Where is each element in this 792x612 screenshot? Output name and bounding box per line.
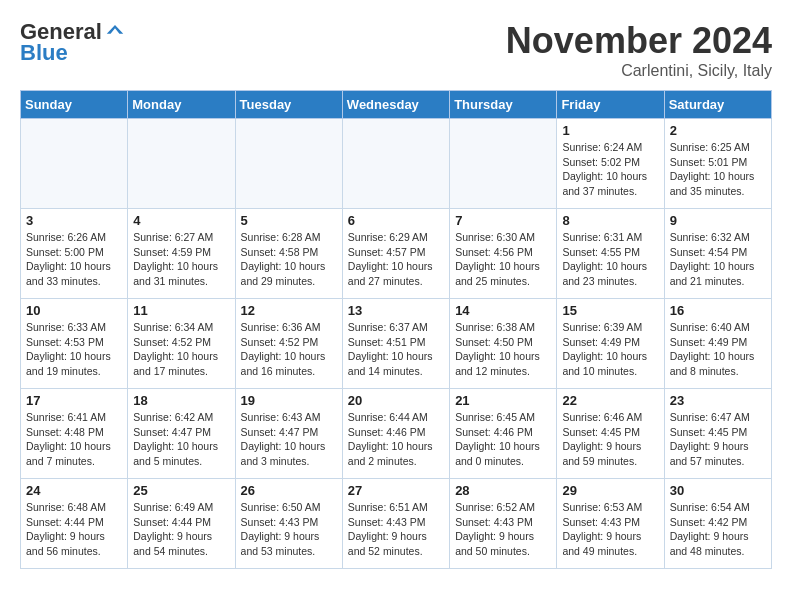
day-info: Sunrise: 6:54 AM Sunset: 4:42 PM Dayligh… xyxy=(670,500,766,559)
day-number: 28 xyxy=(455,483,551,498)
day-info: Sunrise: 6:28 AM Sunset: 4:58 PM Dayligh… xyxy=(241,230,337,289)
calendar-cell: 19Sunrise: 6:43 AM Sunset: 4:47 PM Dayli… xyxy=(235,389,342,479)
day-number: 23 xyxy=(670,393,766,408)
day-info: Sunrise: 6:41 AM Sunset: 4:48 PM Dayligh… xyxy=(26,410,122,469)
calendar-cell: 2Sunrise: 6:25 AM Sunset: 5:01 PM Daylig… xyxy=(664,119,771,209)
weekday-header-wednesday: Wednesday xyxy=(342,91,449,119)
logo: General Blue xyxy=(20,20,126,66)
week-row-2: 10Sunrise: 6:33 AM Sunset: 4:53 PM Dayli… xyxy=(21,299,772,389)
calendar-cell: 13Sunrise: 6:37 AM Sunset: 4:51 PM Dayli… xyxy=(342,299,449,389)
day-info: Sunrise: 6:26 AM Sunset: 5:00 PM Dayligh… xyxy=(26,230,122,289)
day-info: Sunrise: 6:29 AM Sunset: 4:57 PM Dayligh… xyxy=(348,230,444,289)
calendar-cell: 16Sunrise: 6:40 AM Sunset: 4:49 PM Dayli… xyxy=(664,299,771,389)
calendar-cell xyxy=(450,119,557,209)
calendar-cell: 7Sunrise: 6:30 AM Sunset: 4:56 PM Daylig… xyxy=(450,209,557,299)
calendar-cell: 11Sunrise: 6:34 AM Sunset: 4:52 PM Dayli… xyxy=(128,299,235,389)
calendar-cell: 9Sunrise: 6:32 AM Sunset: 4:54 PM Daylig… xyxy=(664,209,771,299)
day-number: 19 xyxy=(241,393,337,408)
day-info: Sunrise: 6:36 AM Sunset: 4:52 PM Dayligh… xyxy=(241,320,337,379)
day-number: 1 xyxy=(562,123,658,138)
calendar-cell: 4Sunrise: 6:27 AM Sunset: 4:59 PM Daylig… xyxy=(128,209,235,299)
subtitle: Carlentini, Sicily, Italy xyxy=(506,62,772,80)
day-number: 13 xyxy=(348,303,444,318)
day-info: Sunrise: 6:45 AM Sunset: 4:46 PM Dayligh… xyxy=(455,410,551,469)
weekday-header-sunday: Sunday xyxy=(21,91,128,119)
day-number: 6 xyxy=(348,213,444,228)
day-number: 29 xyxy=(562,483,658,498)
calendar-cell: 26Sunrise: 6:50 AM Sunset: 4:43 PM Dayli… xyxy=(235,479,342,569)
day-number: 26 xyxy=(241,483,337,498)
day-number: 18 xyxy=(133,393,229,408)
calendar-cell: 22Sunrise: 6:46 AM Sunset: 4:45 PM Dayli… xyxy=(557,389,664,479)
week-row-1: 3Sunrise: 6:26 AM Sunset: 5:00 PM Daylig… xyxy=(21,209,772,299)
day-info: Sunrise: 6:42 AM Sunset: 4:47 PM Dayligh… xyxy=(133,410,229,469)
calendar-cell: 24Sunrise: 6:48 AM Sunset: 4:44 PM Dayli… xyxy=(21,479,128,569)
weekday-header-tuesday: Tuesday xyxy=(235,91,342,119)
day-info: Sunrise: 6:52 AM Sunset: 4:43 PM Dayligh… xyxy=(455,500,551,559)
calendar-cell: 8Sunrise: 6:31 AM Sunset: 4:55 PM Daylig… xyxy=(557,209,664,299)
day-info: Sunrise: 6:30 AM Sunset: 4:56 PM Dayligh… xyxy=(455,230,551,289)
day-number: 10 xyxy=(26,303,122,318)
day-info: Sunrise: 6:32 AM Sunset: 4:54 PM Dayligh… xyxy=(670,230,766,289)
logo-blue: Blue xyxy=(20,40,68,66)
week-row-0: 1Sunrise: 6:24 AM Sunset: 5:02 PM Daylig… xyxy=(21,119,772,209)
day-info: Sunrise: 6:34 AM Sunset: 4:52 PM Dayligh… xyxy=(133,320,229,379)
day-number: 30 xyxy=(670,483,766,498)
svg-marker-0 xyxy=(107,25,124,34)
day-info: Sunrise: 6:53 AM Sunset: 4:43 PM Dayligh… xyxy=(562,500,658,559)
day-number: 24 xyxy=(26,483,122,498)
day-info: Sunrise: 6:49 AM Sunset: 4:44 PM Dayligh… xyxy=(133,500,229,559)
weekday-header-row: SundayMondayTuesdayWednesdayThursdayFrid… xyxy=(21,91,772,119)
day-info: Sunrise: 6:33 AM Sunset: 4:53 PM Dayligh… xyxy=(26,320,122,379)
calendar-cell: 18Sunrise: 6:42 AM Sunset: 4:47 PM Dayli… xyxy=(128,389,235,479)
calendar-cell xyxy=(128,119,235,209)
header: General Blue November 2024 Carlentini, S… xyxy=(20,20,772,80)
calendar-cell xyxy=(235,119,342,209)
calendar-cell: 14Sunrise: 6:38 AM Sunset: 4:50 PM Dayli… xyxy=(450,299,557,389)
day-number: 5 xyxy=(241,213,337,228)
day-number: 16 xyxy=(670,303,766,318)
weekday-header-friday: Friday xyxy=(557,91,664,119)
day-info: Sunrise: 6:51 AM Sunset: 4:43 PM Dayligh… xyxy=(348,500,444,559)
calendar-cell: 10Sunrise: 6:33 AM Sunset: 4:53 PM Dayli… xyxy=(21,299,128,389)
day-number: 21 xyxy=(455,393,551,408)
day-number: 20 xyxy=(348,393,444,408)
calendar-cell: 20Sunrise: 6:44 AM Sunset: 4:46 PM Dayli… xyxy=(342,389,449,479)
calendar-cell: 27Sunrise: 6:51 AM Sunset: 4:43 PM Dayli… xyxy=(342,479,449,569)
day-number: 22 xyxy=(562,393,658,408)
calendar-cell: 3Sunrise: 6:26 AM Sunset: 5:00 PM Daylig… xyxy=(21,209,128,299)
day-number: 14 xyxy=(455,303,551,318)
week-row-3: 17Sunrise: 6:41 AM Sunset: 4:48 PM Dayli… xyxy=(21,389,772,479)
day-number: 17 xyxy=(26,393,122,408)
calendar-cell: 25Sunrise: 6:49 AM Sunset: 4:44 PM Dayli… xyxy=(128,479,235,569)
day-info: Sunrise: 6:25 AM Sunset: 5:01 PM Dayligh… xyxy=(670,140,766,199)
day-number: 8 xyxy=(562,213,658,228)
month-title: November 2024 xyxy=(506,20,772,62)
day-info: Sunrise: 6:31 AM Sunset: 4:55 PM Dayligh… xyxy=(562,230,658,289)
week-row-4: 24Sunrise: 6:48 AM Sunset: 4:44 PM Dayli… xyxy=(21,479,772,569)
day-number: 15 xyxy=(562,303,658,318)
calendar-cell: 29Sunrise: 6:53 AM Sunset: 4:43 PM Dayli… xyxy=(557,479,664,569)
calendar-cell: 15Sunrise: 6:39 AM Sunset: 4:49 PM Dayli… xyxy=(557,299,664,389)
calendar-cell: 30Sunrise: 6:54 AM Sunset: 4:42 PM Dayli… xyxy=(664,479,771,569)
calendar-cell: 28Sunrise: 6:52 AM Sunset: 4:43 PM Dayli… xyxy=(450,479,557,569)
title-area: November 2024 Carlentini, Sicily, Italy xyxy=(506,20,772,80)
day-number: 27 xyxy=(348,483,444,498)
calendar-cell xyxy=(342,119,449,209)
day-info: Sunrise: 6:43 AM Sunset: 4:47 PM Dayligh… xyxy=(241,410,337,469)
weekday-header-thursday: Thursday xyxy=(450,91,557,119)
day-info: Sunrise: 6:44 AM Sunset: 4:46 PM Dayligh… xyxy=(348,410,444,469)
calendar-cell: 6Sunrise: 6:29 AM Sunset: 4:57 PM Daylig… xyxy=(342,209,449,299)
calendar-cell xyxy=(21,119,128,209)
day-number: 3 xyxy=(26,213,122,228)
day-info: Sunrise: 6:50 AM Sunset: 4:43 PM Dayligh… xyxy=(241,500,337,559)
calendar-cell: 23Sunrise: 6:47 AM Sunset: 4:45 PM Dayli… xyxy=(664,389,771,479)
weekday-header-monday: Monday xyxy=(128,91,235,119)
calendar-cell: 17Sunrise: 6:41 AM Sunset: 4:48 PM Dayli… xyxy=(21,389,128,479)
day-number: 12 xyxy=(241,303,337,318)
day-number: 11 xyxy=(133,303,229,318)
logo-icon xyxy=(104,23,126,37)
day-number: 4 xyxy=(133,213,229,228)
day-number: 7 xyxy=(455,213,551,228)
day-info: Sunrise: 6:48 AM Sunset: 4:44 PM Dayligh… xyxy=(26,500,122,559)
